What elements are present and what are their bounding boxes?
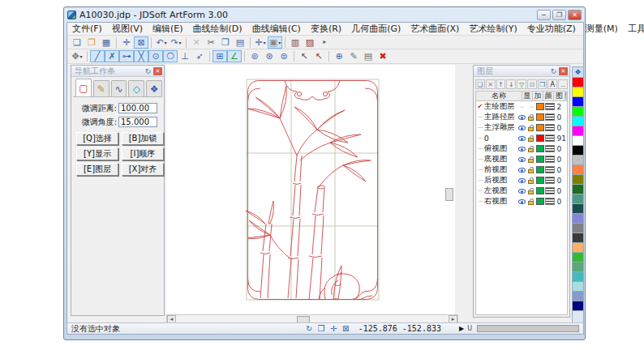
layer-color-cell[interactable] xyxy=(536,198,546,205)
layer-pattern-cell[interactable] xyxy=(545,124,555,131)
palette-color-7[interactable] xyxy=(573,146,583,156)
close-button[interactable]: ✕ xyxy=(568,10,582,20)
layer-lock-cell[interactable] xyxy=(526,156,536,163)
filter-layers-icon[interactable]: ▽ xyxy=(517,79,526,89)
layer-lock-cell[interactable] xyxy=(526,187,536,194)
palette-color-17[interactable] xyxy=(573,243,583,253)
copy-icon[interactable]: ❒ xyxy=(218,36,233,49)
play-icon[interactable]: ▶ xyxy=(459,325,464,332)
maximize-button[interactable]: ❐ xyxy=(552,10,566,20)
title-bar[interactable]: A10030.jdp - JDSoft ArtForm 3.00 ─ ❐ ✕ xyxy=(64,7,585,22)
layer-color-cell[interactable] xyxy=(536,177,546,184)
close-icon[interactable]: ✕ xyxy=(559,67,568,75)
layer-pattern-cell[interactable] xyxy=(545,103,555,110)
palette-color-18[interactable] xyxy=(573,253,583,262)
nav-align-button[interactable]: [X]对齐 xyxy=(122,163,164,176)
nav-tab-curve[interactable]: ∿ xyxy=(111,80,127,96)
layer-row[interactable]: ┄┄后视图0 xyxy=(476,175,567,186)
box-select-status-icon[interactable]: ⊠ xyxy=(340,324,352,333)
layer-color-cell[interactable] xyxy=(536,145,546,152)
menu-item-6[interactable]: 几何曲面(G) xyxy=(346,22,406,36)
rename-layer-icon[interactable]: A xyxy=(547,79,557,89)
minimize-button[interactable]: ─ xyxy=(537,10,551,20)
palette-color-11[interactable] xyxy=(573,185,583,194)
duplicate-layer-icon[interactable]: ❒ xyxy=(538,79,547,89)
render-setting-icon[interactable]: ⊕ xyxy=(332,50,346,62)
canvas-vertical-scroll-thumb[interactable] xyxy=(445,188,453,201)
layers-panel-titlebar[interactable]: 图层 ↻ ✕ xyxy=(474,66,569,77)
layer-row[interactable]: ┄┄主路径层0 xyxy=(476,112,567,122)
menu-item-1[interactable]: 视图(V) xyxy=(107,22,148,36)
palette-color-15[interactable] xyxy=(573,224,583,233)
layer-lock-cell[interactable] xyxy=(526,134,536,142)
layer-row[interactable]: ┄┄俯视图0 xyxy=(476,143,567,154)
layer-lock-cell[interactable] xyxy=(526,198,536,205)
layer-pattern-cell[interactable] xyxy=(545,134,555,142)
delete-layer-icon[interactable]: ✕ xyxy=(486,79,496,89)
layer-row[interactable]: ┄┄右视图0 xyxy=(476,196,567,207)
layer-row[interactable]: ┄┄主浮雕层0 xyxy=(476,122,567,133)
layer-row[interactable]: ┄┄091 xyxy=(476,133,567,143)
layer-visibility-cell[interactable] xyxy=(517,168,527,173)
new-file-icon[interactable]: ❏ xyxy=(70,36,84,49)
layer-lock-cell[interactable] xyxy=(526,177,536,184)
layer-visibility-cell[interactable] xyxy=(517,157,527,162)
fill-tool2-icon[interactable]: ▨ xyxy=(303,36,317,49)
nudge-move-icon[interactable]: ✛▾ xyxy=(253,36,268,49)
palette-tool-icon[interactable]: ❖ xyxy=(573,67,583,78)
nudge-angle-input[interactable] xyxy=(118,117,157,127)
nav-tab-solid[interactable]: ❖ xyxy=(146,80,162,96)
layer-pattern-cell[interactable] xyxy=(545,198,555,205)
close-icon[interactable]: ✕ xyxy=(153,67,162,75)
undo-icon[interactable]: ↶▾ xyxy=(154,36,169,49)
new-layer-icon[interactable]: ❏ xyxy=(475,79,485,89)
pick-cursor-icon[interactable]: ↖ xyxy=(297,50,311,62)
layer-visibility-cell[interactable] xyxy=(517,126,527,130)
palette-color-8[interactable] xyxy=(573,156,583,165)
menu-item-2[interactable]: 编辑(E) xyxy=(148,22,188,36)
layer-color-cell[interactable] xyxy=(536,134,546,142)
layer-visibility-cell[interactable] xyxy=(517,199,527,204)
nav-layer-button[interactable]: [E]图层 xyxy=(76,163,118,176)
layer-lock-cell[interactable] xyxy=(526,145,536,152)
pin-icon[interactable]: ↻ xyxy=(549,67,558,75)
wire-view-icon[interactable]: ⊛ xyxy=(262,50,277,62)
layer-color-cell[interactable] xyxy=(536,124,546,131)
nav-lock-button[interactable]: [B]加锁 xyxy=(122,132,164,145)
view-cube-icon[interactable]: ▣▾ xyxy=(268,36,282,49)
snap-node-icon[interactable]: ✗ xyxy=(105,50,119,62)
cut-icon[interactable]: ✂ xyxy=(204,36,218,49)
palette-color-5[interactable] xyxy=(573,126,583,136)
snap-quadrant-icon[interactable]: ⎔ xyxy=(163,50,178,62)
menu-item-7[interactable]: 艺术曲面(X) xyxy=(406,22,464,36)
layer-color-cell[interactable] xyxy=(536,187,546,194)
palette-color-13[interactable] xyxy=(573,204,583,214)
palette-color-0[interactable] xyxy=(573,78,583,88)
layer-visibility-cell[interactable] xyxy=(517,178,527,183)
angle-guide-icon[interactable]: ∠ xyxy=(227,50,242,62)
save-file-icon[interactable]: ▦ xyxy=(99,36,114,49)
menu-item-4[interactable]: 曲线编辑(C) xyxy=(247,22,306,36)
sketch-pen-icon[interactable]: ✎ xyxy=(346,50,361,62)
palette-color-16[interactable] xyxy=(573,233,583,243)
nav-tab-draw[interactable]: ✎ xyxy=(93,80,109,96)
menu-item-10[interactable]: 测量(M) xyxy=(581,22,623,36)
layer-pattern-cell[interactable] xyxy=(545,166,555,173)
track-cursor-icon[interactable]: ✛ xyxy=(328,324,340,333)
more-layers-icon[interactable]: ‥ xyxy=(558,79,568,89)
palette-color-4[interactable] xyxy=(573,117,583,126)
menu-item-3[interactable]: 曲线绘制(D) xyxy=(188,22,247,36)
menu-item-11[interactable]: 工具(T) xyxy=(623,22,644,36)
palette-color-21[interactable] xyxy=(573,282,583,292)
output-device-icon[interactable]: ❒ xyxy=(316,324,328,333)
palette-color-10[interactable] xyxy=(573,175,583,185)
palette-color-12[interactable] xyxy=(573,194,583,204)
layer-lock-cell[interactable] xyxy=(526,113,536,121)
snap-mid-icon[interactable]: ⊶ xyxy=(119,50,134,62)
layer-pattern-cell[interactable] xyxy=(545,145,555,152)
abort-icon[interactable]: ✖ xyxy=(376,50,390,62)
palette-color-3[interactable] xyxy=(573,107,583,117)
shade-view-icon[interactable]: ⊚ xyxy=(247,50,262,62)
box-select-icon[interactable]: ⊠ xyxy=(134,36,148,49)
nav-tab-select[interactable]: ▢ xyxy=(75,79,92,96)
